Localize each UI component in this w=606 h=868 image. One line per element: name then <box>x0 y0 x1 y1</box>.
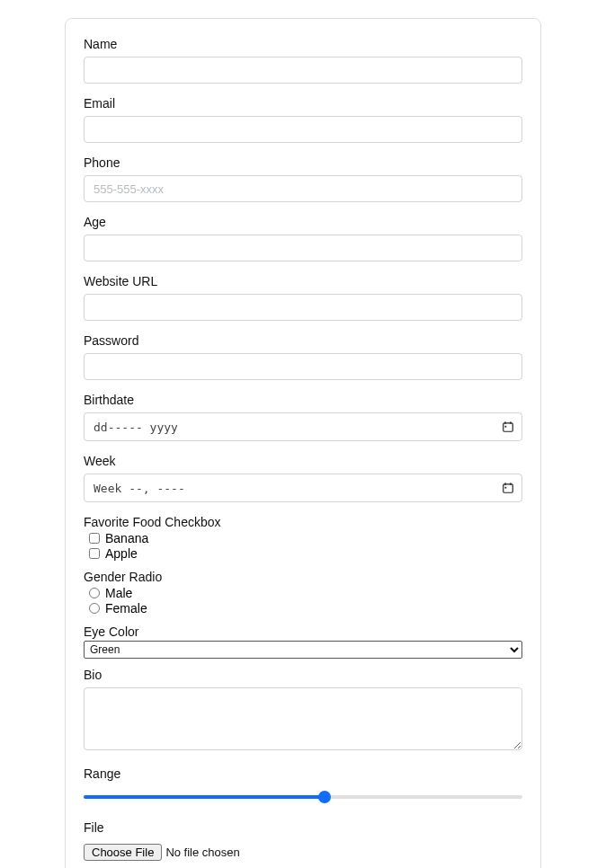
gender-label: Gender Radio <box>84 570 522 584</box>
field-password: Password <box>84 333 522 380</box>
field-email: Email <box>84 96 522 143</box>
form-card: Name Email Phone Age Website URL Passwor… <box>65 18 541 868</box>
banana-checkbox[interactable] <box>89 533 100 544</box>
email-label: Email <box>84 96 522 111</box>
age-label: Age <box>84 215 522 229</box>
field-favorite-food: Favorite Food Checkbox Banana Apple <box>84 515 522 561</box>
female-radio[interactable] <box>89 603 100 614</box>
file-status-text: No file chosen <box>165 846 239 859</box>
file-input-row: Choose File No file chosen <box>84 840 522 864</box>
field-range: Range <box>84 766 522 808</box>
male-radio[interactable] <box>89 588 100 598</box>
banana-option-label: Banana <box>105 531 148 545</box>
name-input[interactable] <box>84 57 522 84</box>
svg-rect-5 <box>505 487 507 489</box>
choose-file-button[interactable]: Choose File <box>84 844 162 861</box>
apple-option-label: Apple <box>105 546 138 561</box>
field-name: Name <box>84 37 522 84</box>
birthdate-label: Birthdate <box>84 393 522 407</box>
password-input[interactable] <box>84 353 522 380</box>
field-week: Week Week --, ---- <box>84 454 522 502</box>
field-gender: Gender Radio Male Female <box>84 570 522 616</box>
field-birthdate: Birthdate dd----- yyyy <box>84 393 522 441</box>
file-label: File <box>84 820 522 835</box>
bio-label: Bio <box>84 668 522 682</box>
email-input[interactable] <box>84 116 522 143</box>
range-slider[interactable] <box>84 786 522 808</box>
range-label: Range <box>84 766 522 781</box>
phone-label: Phone <box>84 155 522 170</box>
phone-input[interactable] <box>84 175 522 202</box>
field-phone: Phone <box>84 155 522 202</box>
field-age: Age <box>84 215 522 261</box>
field-file: File Choose File No file chosen <box>84 820 522 864</box>
website-label: Website URL <box>84 274 522 288</box>
calendar-icon[interactable] <box>502 482 514 494</box>
favorite-food-label: Favorite Food Checkbox <box>84 515 522 529</box>
week-value: Week --, ---- <box>94 482 185 495</box>
favorite-food-option-apple[interactable]: Apple <box>84 546 522 561</box>
field-website: Website URL <box>84 274 522 321</box>
birthdate-value: dd----- yyyy <box>94 421 178 434</box>
favorite-food-option-banana[interactable]: Banana <box>84 531 522 545</box>
field-eye-color: Eye Color Green <box>84 624 522 659</box>
range-fill <box>84 795 325 799</box>
bio-textarea[interactable] <box>84 687 522 750</box>
week-label: Week <box>84 454 522 468</box>
svg-rect-4 <box>504 484 513 492</box>
range-thumb[interactable] <box>318 791 331 803</box>
svg-rect-1 <box>505 426 507 428</box>
website-input[interactable] <box>84 294 522 321</box>
eye-color-label: Eye Color <box>84 624 522 639</box>
calendar-icon[interactable] <box>502 421 514 433</box>
name-label: Name <box>84 37 522 51</box>
gender-option-male[interactable]: Male <box>84 586 522 600</box>
female-option-label: Female <box>105 601 147 616</box>
week-input[interactable]: Week --, ---- <box>84 474 522 502</box>
gender-option-female[interactable]: Female <box>84 601 522 616</box>
male-option-label: Male <box>105 586 132 600</box>
password-label: Password <box>84 333 522 348</box>
field-bio: Bio <box>84 668 522 754</box>
eye-color-select[interactable]: Green <box>84 641 522 659</box>
age-input[interactable] <box>84 235 522 261</box>
svg-rect-0 <box>504 423 513 431</box>
birthdate-input[interactable]: dd----- yyyy <box>84 412 522 441</box>
apple-checkbox[interactable] <box>89 548 100 559</box>
